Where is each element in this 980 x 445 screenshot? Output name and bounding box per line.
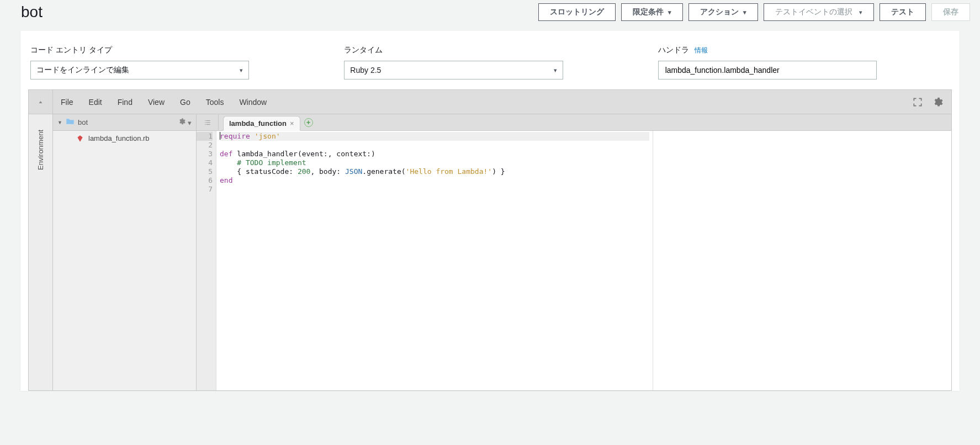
menu-bar: File Edit Find View Go Tools Window [53, 90, 274, 114]
runtime-label: ランタイム [344, 45, 635, 55]
environment-sidebar[interactable]: Environment [29, 114, 53, 390]
runtime-value: Ruby 2.5 [350, 66, 381, 75]
menu-edit[interactable]: Edit [81, 90, 110, 114]
tree-root-name: bot [78, 118, 88, 126]
test-button[interactable]: テスト [880, 3, 926, 21]
page-header: bot スロットリング 限定条件 アクション テストイベントの選択 テスト 保存 [0, 0, 980, 31]
handler-info-link[interactable]: 情報 [695, 46, 708, 55]
code-entry-type-label: コード エントリ タイプ [30, 45, 322, 55]
function-title: bot [21, 3, 43, 21]
add-tab-button[interactable]: + [300, 114, 317, 130]
cloud9-editor: File Edit Find View Go Tools Window Envi… [28, 89, 952, 391]
plus-icon: + [304, 118, 313, 127]
header-buttons: スロットリング 限定条件 アクション テストイベントの選択 テスト 保存 [538, 3, 970, 21]
tree-file-name: lambda_function.rb [88, 134, 150, 142]
throttling-button[interactable]: スロットリング [538, 3, 616, 21]
chevron-down-icon: ▼ [57, 120, 62, 125]
editor-top-bar: File Edit Find View Go Tools Window [29, 90, 951, 114]
handler-col: ハンドラ 情報 [658, 45, 950, 80]
gutter: 1 2 3 4 5 6 7 [197, 131, 216, 390]
tree-gear-icon[interactable]: ▾ [178, 118, 192, 127]
tab-list-icon[interactable] [197, 114, 219, 130]
tab-lambda-function[interactable]: lambda_function × [223, 116, 300, 131]
code-entry-type-col: コード エントリ タイプ コードをインラインで編集 [30, 45, 322, 80]
config-row: コード エントリ タイプ コードをインラインで編集 ランタイム Ruby 2.5… [20, 45, 960, 89]
tree-root[interactable]: ▼ bot ▾ [53, 114, 196, 131]
runtime-col: ランタイム Ruby 2.5 [344, 45, 635, 80]
environment-label: Environment [36, 130, 45, 170]
code-entry-type-select[interactable]: コードをインラインで編集 [30, 61, 249, 80]
text-cursor [220, 132, 220, 140]
fullscreen-icon[interactable] [912, 96, 924, 108]
save-button: 保存 [931, 3, 970, 21]
editor-top-right [912, 90, 951, 114]
handler-input-wrap[interactable] [658, 61, 877, 80]
qualifiers-button[interactable]: 限定条件 [621, 3, 683, 21]
gear-icon[interactable] [931, 96, 944, 108]
ruby-icon [76, 135, 84, 142]
handler-label-row: ハンドラ 情報 [658, 45, 950, 55]
tree-file[interactable]: lambda_function.rb [53, 131, 196, 146]
menu-tools[interactable]: Tools [198, 90, 232, 114]
menu-file[interactable]: File [53, 90, 81, 114]
code-pane: lambda_function × + 1 2 3 4 5 6 7 [197, 114, 951, 390]
menu-window[interactable]: Window [231, 90, 274, 114]
file-tree: ▼ bot ▾ lambda_function.rb [53, 114, 197, 390]
handler-input[interactable] [664, 65, 871, 75]
code-entry-type-value: コードをインラインで編集 [36, 65, 129, 75]
close-icon[interactable]: × [290, 119, 294, 128]
menu-go[interactable]: Go [172, 90, 198, 114]
code-area[interactable]: 1 2 3 4 5 6 7 require 'json' def lambda_… [197, 131, 951, 390]
function-code-panel: コード エントリ タイプ コードをインラインで編集 ランタイム Ruby 2.5… [20, 31, 960, 391]
menu-find[interactable]: Find [110, 90, 140, 114]
runtime-select[interactable]: Ruby 2.5 [344, 61, 563, 80]
sidebar-toggle-icon[interactable] [29, 90, 53, 114]
test-event-select[interactable]: テストイベントの選択 [764, 3, 874, 21]
right-pane [653, 131, 951, 390]
handler-label: ハンドラ [658, 45, 689, 55]
tab-bar: lambda_function × + [197, 114, 951, 131]
code-lines[interactable]: require 'json' def lambda_handler(event:… [216, 131, 653, 390]
editor-body: Environment ▼ bot ▾ lamb [29, 114, 951, 390]
tab-label: lambda_function [229, 119, 287, 128]
folder-icon [66, 118, 75, 126]
menu-view[interactable]: View [140, 90, 172, 114]
actions-button[interactable]: アクション [688, 3, 758, 21]
